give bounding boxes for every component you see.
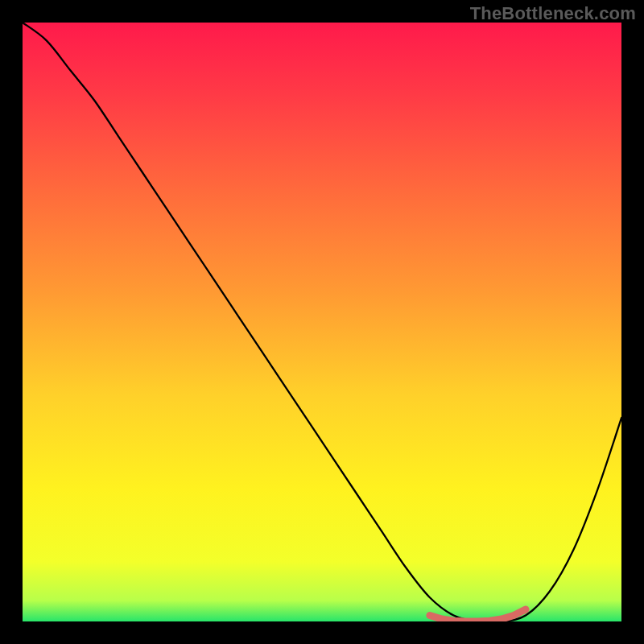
watermark-text: TheBottleneck.com <box>470 3 636 24</box>
gradient-panel <box>23 23 621 621</box>
chart-stage: TheBottleneck.com <box>0 0 644 644</box>
bottleneck-chart <box>23 23 621 621</box>
